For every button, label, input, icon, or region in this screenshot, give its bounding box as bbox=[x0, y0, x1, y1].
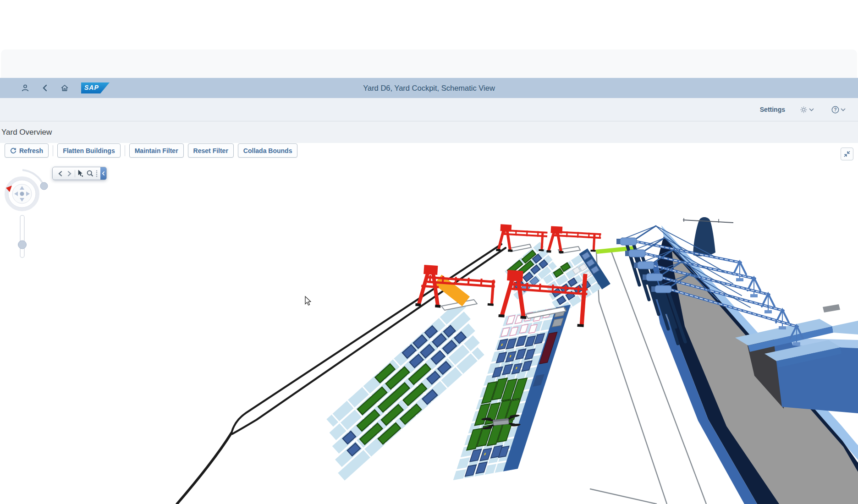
toolbar-separator bbox=[75, 170, 75, 177]
settings-button[interactable]: Settings bbox=[760, 106, 785, 113]
toolbar-separator bbox=[53, 145, 53, 156]
sap-logo-text: SAP bbox=[84, 84, 99, 91]
home-icon[interactable] bbox=[60, 84, 69, 92]
yard-cockpit-app: SAP Yard D6, Yard Cockpit, Schematic Vie… bbox=[0, 0, 858, 504]
refresh-button[interactable]: Refresh bbox=[5, 143, 49, 158]
step-forward-icon[interactable] bbox=[65, 167, 74, 180]
heading-strip: Yard Overview bbox=[0, 121, 858, 143]
back-icon[interactable] bbox=[42, 84, 48, 92]
select-cursor-icon[interactable] bbox=[76, 167, 85, 180]
gear-menu[interactable] bbox=[800, 106, 814, 114]
zoom-magnifier-icon[interactable] bbox=[85, 167, 94, 180]
collapse-toolbar-icon[interactable] bbox=[100, 167, 106, 180]
flatten-buildings-button[interactable]: Flatten Buildings bbox=[57, 143, 121, 158]
browser-top-area bbox=[0, 0, 858, 49]
grip-handle-icon[interactable] bbox=[94, 167, 99, 180]
sub-header: Settings ? bbox=[0, 98, 858, 121]
refresh-icon bbox=[10, 148, 16, 154]
chevron-down-icon bbox=[809, 108, 814, 111]
page-title: Yard D6, Yard Cockpit, Schematic View bbox=[0, 78, 858, 98]
section-heading: Yard Overview bbox=[0, 128, 52, 137]
yard-3d-viewport[interactable] bbox=[0, 121, 858, 504]
shell-header: SAP Yard D6, Yard Cockpit, Schematic Vie… bbox=[0, 78, 858, 98]
vessel-funnel bbox=[683, 217, 733, 256]
window-top-panel bbox=[1, 49, 857, 78]
user-icon[interactable] bbox=[21, 84, 29, 92]
toolbar-separator bbox=[125, 145, 125, 156]
maintain-filter-button[interactable]: Maintain Filter bbox=[129, 143, 184, 158]
help-menu[interactable]: ? bbox=[831, 106, 846, 114]
yard-overview-panel: Yard Overview Refresh Flatten Buildings … bbox=[0, 121, 858, 504]
svg-text:?: ? bbox=[834, 107, 836, 112]
fullscreen-button[interactable] bbox=[841, 148, 853, 160]
viewport-nav-toolbar bbox=[52, 167, 107, 180]
zoom-slider[interactable] bbox=[18, 215, 27, 257]
collada-bounds-button[interactable]: Collada Bounds bbox=[238, 143, 298, 158]
mouse-cursor bbox=[305, 296, 311, 305]
quay-terminal bbox=[631, 217, 858, 504]
orbit-compass-control[interactable] bbox=[6, 170, 48, 209]
zoom-slider-knob[interactable] bbox=[18, 241, 27, 249]
sap-logo[interactable]: SAP bbox=[81, 82, 110, 93]
reset-filter-button[interactable]: Reset Filter bbox=[188, 143, 234, 158]
step-back-icon[interactable] bbox=[55, 167, 65, 180]
fullscreen-icon bbox=[843, 150, 851, 158]
actions-toolbar: Refresh Flatten Buildings Maintain Filte… bbox=[5, 143, 297, 158]
refresh-label: Refresh bbox=[19, 147, 43, 154]
chevron-down-icon bbox=[841, 108, 846, 111]
